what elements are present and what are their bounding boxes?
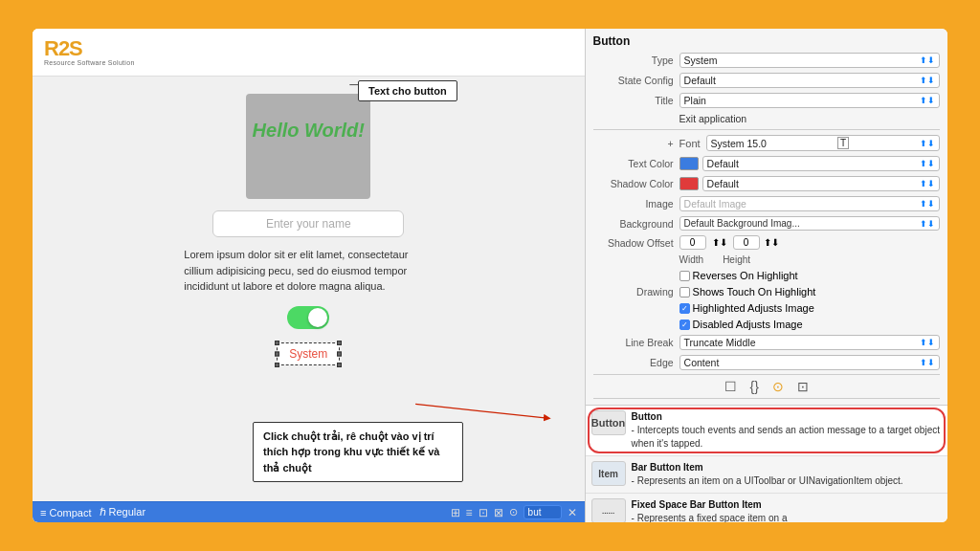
state-select[interactable]: Default ⬆⬇ [679,73,940,88]
code-icon[interactable]: {} [750,379,759,394]
title-label: Title [593,95,679,106]
drawing-label: Drawing [593,286,679,298]
edge-label: Edge [593,357,679,368]
state-label: State Config [593,75,679,86]
width-label: Width [679,254,704,265]
right-panel: Button Type System ⬆⬇ State Con [586,29,947,522]
toggle-knob [308,308,327,327]
inspector-row-background: Background Default Background Imag... ⬆⬇ [593,215,940,231]
compact-label[interactable]: ≡ Compact [40,507,92,518]
shadow-color-swatch[interactable] [679,177,699,190]
shadow-offset-label: Shadow Offset [593,237,679,249]
width-height-labels: Width Height [679,254,750,265]
height-label: Height [723,254,750,265]
checkbox-row-1: Reverses On Highlight [593,269,940,282]
exit-button-label: System [289,347,327,361]
shadow-offset-stepper2[interactable]: ⬆⬇ [764,237,779,248]
inspector-row-shadow-color: Shadow Color Default ⬆⬇ [593,175,940,192]
search-input[interactable] [523,505,562,519]
disabled-adjusts-checkbox[interactable]: ✓ [679,320,690,330]
library-item-bar-button[interactable]: Item Bar Button Item - Represents an ite… [586,456,947,494]
inspector-row-title: Title Plain ⬆⬇ [593,92,940,109]
exit-app-control: Exit application [679,113,940,124]
type-select[interactable]: System ⬆⬇ [679,53,940,68]
checkbox-area-1: Reverses On Highlight [679,270,798,281]
shadow-color-select[interactable]: Default ⬆⬇ [702,176,940,191]
handle-tl [275,341,279,345]
left-panel: R2S Resource Software Solution Text cho … [33,29,586,522]
font-arrow: ⬆⬇ [920,139,935,148]
shadow-offset-w-input[interactable] [679,235,706,250]
font-label: + [593,138,679,149]
shows-touch-checkbox[interactable] [679,287,690,298]
text-color-control: Default ⬆⬇ [679,156,940,171]
highlighted-adjusts-label: Highlighted Adjusts Image [693,302,814,314]
size-icon[interactable]: ⊡ [797,379,809,394]
fixed-space-lib-title: Fixed Space Bar Button Item [632,498,788,512]
bar-button-lib-desc: - Represents an item on a UIToolbar or U… [632,475,903,486]
toggle-switch[interactable] [287,306,329,329]
background-value: Default Background Imag... [684,218,800,229]
image-select[interactable]: Default Image ⬆⬇ [679,196,940,211]
shadow-offset-h-input[interactable] [733,235,760,250]
line-break-label: Line Break [593,337,679,348]
bar-button-lib-text: Bar Button Item - Represents an item on … [632,461,903,488]
handle-ml [275,351,279,356]
shadow-color-label: Shadow Color [593,178,679,189]
fixed-space-lib-text: Fixed Space Bar Button Item - Represents… [632,498,788,522]
text-color-swatch[interactable] [679,157,699,170]
shadow-color-control: Default ⬆⬇ [679,176,940,191]
reverses-checkbox[interactable] [679,271,690,281]
edge-select[interactable]: Content ⬆⬇ [679,355,940,370]
file-icon[interactable]: ☐ [724,379,737,394]
exit-application-button[interactable]: System [277,342,340,365]
line-break-control: Truncate Middle ⬆⬇ [679,335,940,350]
attributes-icon[interactable]: ⊙ [772,379,784,394]
title-control: Plain ⬆⬇ [679,93,940,108]
logo: R2S Resource Software Solution [44,38,135,66]
logo-area: R2S Resource Software Solution [33,29,585,77]
close-search-icon[interactable]: ✕ [568,506,577,519]
regular-label[interactable]: ℏ Regular [100,506,146,518]
logo-subtext: Resource Software Solution [44,59,135,66]
state-control: Default ⬆⬇ [679,73,940,88]
font-T-icon: T [837,137,849,149]
bottom-left: ≡ Compact ℏ Regular [40,506,145,518]
text-color-label: Text Color [593,158,679,169]
checkbox-row-3: ✓ Highlighted Adjusts Image [593,301,940,315]
library-item-button[interactable]: Button Button - Intercepts touch events … [586,406,947,456]
image-control: Default Image ⬆⬇ [679,196,940,211]
tc-arrow: ⬆⬇ [920,159,935,168]
text-color-value: Default [707,158,739,169]
shadow-offset-stepper[interactable]: ⬆⬇ [712,237,727,248]
inspector-row-shadow-offset: Shadow Offset ⬆⬇ ⬆⬇ [593,234,940,251]
name-input[interactable]: Enter your name [212,210,404,237]
grid-icon[interactable]: ⊞ [451,506,460,519]
handle-mr [337,351,342,356]
adjust-icon[interactable]: ⊡ [479,506,488,519]
image-label: Image [593,198,679,209]
title-select[interactable]: Plain ⬆⬇ [679,93,940,108]
text-color-select[interactable]: Default ⬆⬇ [702,156,940,171]
sc-arrow: ⬆⬇ [920,179,935,188]
lorem-text: Lorem ipsum dolor sit er elit lamet, con… [184,247,433,295]
line-break-select[interactable]: Truncate Middle ⬆⬇ [679,335,940,350]
title-arrow: ⬆⬇ [920,96,935,105]
shadow-color-value: Default [707,178,739,189]
bar-button-lib-icon: Item [591,461,626,486]
inspector-row-text-color: Text Color Default ⬆⬇ [593,155,940,172]
checkbox-row-4: ✓ Disabled Adjusts Image [593,318,940,331]
list-icon[interactable]: ≡ [466,506,473,519]
callout-cho-button: Text cho button [358,80,457,101]
checkbox-area-drawing: Shows Touch On Highlight [679,286,816,298]
highlighted-adjusts-checkbox[interactable]: ✓ [679,303,690,314]
bottom-bar: ≡ Compact ℏ Regular ⊞ ≡ ⊡ ⊠ ⊙ ✕ [33,501,585,522]
background-select[interactable]: Default Background Imag... ⬆⬇ [679,216,940,231]
library-item-fixed-space[interactable]: ...... Fixed Space Bar Button Item - Rep… [586,494,947,522]
callout-instruction: Click chuột trải, rê chuột vào vị trí th… [253,422,463,483]
split-icon[interactable]: ⊠ [494,506,503,519]
exit-button-area: System [277,342,340,365]
handle-bl [275,363,279,367]
font-select[interactable]: System 15.0 T ⬆⬇ [706,135,940,151]
type-label: Type [593,55,679,66]
